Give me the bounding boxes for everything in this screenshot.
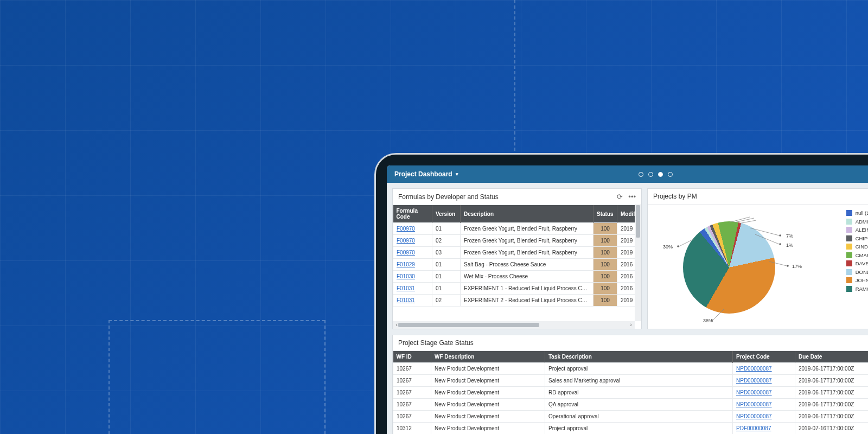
cell-status: 100 [593, 235, 617, 247]
legend-swatch [846, 244, 852, 250]
cell-status: 100 [593, 271, 617, 283]
svg-point-7 [787, 265, 789, 266]
pie-chart[interactable] [683, 221, 775, 314]
legend-item[interactable]: CMARA [846, 252, 868, 258]
app-title: Project Dashboard [394, 170, 452, 178]
legend-label: DONDF [856, 269, 868, 275]
cell-wfdesc: New Product Development [431, 387, 545, 399]
table-row: 10267New Product DevelopmentSales and Ma… [393, 375, 869, 387]
cell-status: 100 [593, 259, 617, 271]
pager-dot[interactable] [648, 172, 653, 177]
cell-task: Sales and Marketing approval [545, 375, 733, 387]
legend-swatch [846, 286, 852, 292]
refresh-icon[interactable]: ⟳ [617, 193, 623, 201]
pager-dot-active[interactable] [658, 172, 663, 177]
cell-wfid: 10267 [393, 411, 431, 423]
formula-code-link[interactable]: F00970 [397, 238, 415, 244]
cell-version: 01 [432, 283, 461, 295]
cell-task: QA approval [545, 399, 733, 411]
legend-item[interactable]: CHIP ( [846, 235, 868, 241]
vertical-scrollbar[interactable] [635, 205, 641, 321]
legend-swatch [846, 227, 852, 233]
column-header[interactable]: Status [593, 205, 617, 223]
formula-code-link[interactable]: F00970 [397, 226, 415, 232]
pager-dot[interactable] [668, 172, 673, 177]
legend-item[interactable]: ALEINS [846, 227, 868, 233]
table-row: F0103102EXPERIMENT 2 - Reduced Fat Liqui… [393, 295, 641, 307]
cell-task: Operational approval [545, 411, 733, 423]
project-code-link[interactable]: NPD00000087 [736, 366, 772, 372]
cell-wfdesc: New Product Development [431, 363, 545, 375]
legend-item[interactable]: RAMON [846, 286, 868, 292]
legend-item[interactable]: JOHNN [846, 277, 868, 283]
svg-line-11 [735, 218, 754, 222]
legend-item[interactable]: DAVE ( [846, 260, 868, 266]
svg-point-5 [780, 243, 781, 245]
cell-version: 01 [432, 223, 461, 235]
legend-swatch [846, 219, 852, 225]
cell-description: Wet Mix - Process Cheese [461, 271, 593, 283]
formula-code-link[interactable]: F00970 [397, 250, 415, 256]
column-header[interactable]: Due Date [795, 351, 869, 363]
cell-due-date: 2019-06-17T17:00:00Z [795, 387, 869, 399]
svg-point-3 [780, 234, 781, 236]
legend-swatch [846, 252, 852, 258]
page-indicator[interactable] [639, 172, 673, 177]
project-code-link[interactable]: NPD00000087 [736, 401, 772, 407]
cell-description: Salt Bag - Process Cheese Sauce [461, 259, 593, 271]
horizontal-scrollbar[interactable] [393, 321, 635, 329]
formula-code-link[interactable]: F01029 [397, 261, 415, 267]
legend-label: null (1) [856, 210, 868, 216]
project-code-link[interactable]: NPD00000087 [736, 378, 772, 384]
legend-item[interactable]: CINDIC [846, 244, 868, 250]
column-header[interactable]: Description [461, 205, 593, 223]
column-header[interactable]: Project Code [733, 351, 795, 363]
cell-status: 100 [593, 295, 617, 307]
pager-dot[interactable] [639, 172, 643, 177]
legend-swatch [846, 269, 852, 275]
pie-callout: 7% [786, 233, 793, 239]
project-code-link[interactable]: PDF00000087 [736, 425, 771, 431]
column-header[interactable]: Formula Code [393, 205, 432, 223]
dashboard-selector[interactable]: Project Dashboard ▾ [394, 170, 458, 178]
cell-due-date: 2019-06-17T17:00:00Z [795, 399, 869, 411]
cell-due-date: 2019-06-17T17:00:00Z [795, 375, 869, 387]
cell-task: Project approval [545, 363, 733, 375]
legend-swatch [846, 260, 852, 266]
table-row: 10267New Product DevelopmentProject appr… [393, 363, 869, 375]
svg-point-1 [678, 245, 679, 247]
legend-label: CHIP ( [856, 235, 868, 241]
legend-item[interactable]: ADMIN [846, 219, 868, 225]
panel-title: Project Stage Gate Status [398, 339, 474, 347]
cell-task: Project approval [545, 423, 733, 435]
legend-label: RAMON [856, 286, 868, 292]
pie-callout: 36% [703, 318, 713, 323]
legend-label: CINDIC [856, 244, 868, 250]
cell-description: EXPERIMENT 2 - Reduced Fat Liquid Proces… [461, 295, 593, 307]
project-code-link[interactable]: NPD00000087 [736, 390, 772, 395]
formulas-table: Formula CodeVersionDescriptionStatusModi… [393, 205, 641, 307]
legend-item[interactable]: DONDF [846, 269, 868, 275]
table-row: F0103101EXPERIMENT 1 - Reduced Fat Liqui… [393, 283, 641, 295]
cell-version: 02 [432, 235, 461, 247]
column-header[interactable]: WF ID [393, 351, 431, 363]
legend-label: DAVE ( [856, 260, 868, 266]
formula-code-link[interactable]: F01031 [397, 285, 415, 291]
legend-item[interactable]: null (1) [846, 210, 868, 216]
panel-title: Formulas by Developer and Status [398, 193, 499, 201]
column-header[interactable]: Version [432, 205, 461, 223]
column-header[interactable]: Task Description [545, 351, 733, 363]
cell-version: 01 [432, 259, 461, 271]
cell-wfdesc: New Product Development [431, 375, 545, 387]
formula-code-link[interactable]: F01030 [397, 273, 415, 279]
caret-down-icon: ▾ [456, 171, 458, 177]
column-header[interactable]: WF Description [431, 351, 545, 363]
cell-description: EXPERIMENT 1 - Reduced Fat Liquid Proces… [461, 283, 593, 295]
more-icon[interactable]: ••• [628, 193, 636, 201]
project-code-link[interactable]: NPD00000087 [736, 413, 772, 419]
formula-code-link[interactable]: F01031 [397, 297, 415, 303]
cell-description: Frozen Greek Yogurt, Blended Fruit, Rasp… [461, 223, 593, 235]
cell-description: Frozen Greek Yogurt, Blended Fruit, Rasp… [461, 247, 593, 259]
cell-version: 03 [432, 247, 461, 259]
table-row: 10312New Product DevelopmentProject appr… [393, 423, 869, 435]
